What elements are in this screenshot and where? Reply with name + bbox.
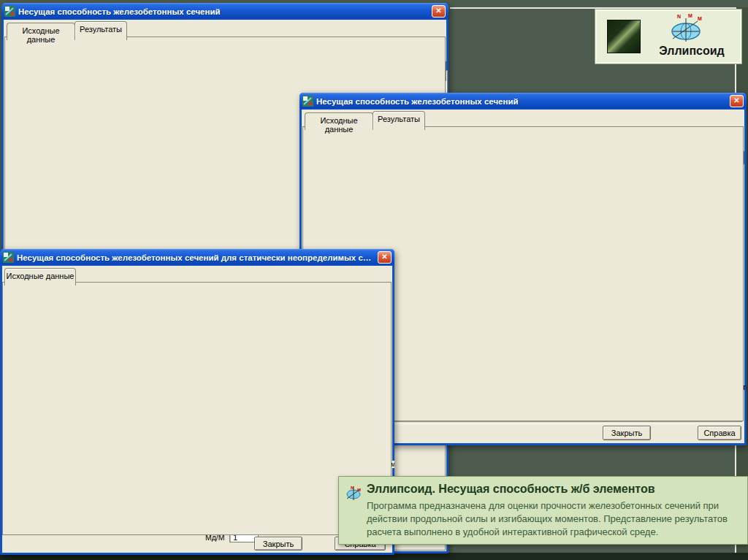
close-icon[interactable]: ✕: [432, 5, 446, 18]
window-title: Несущая способность железобетонных сечен…: [316, 97, 727, 106]
icon-axis-m: M: [357, 488, 361, 492]
titlebar[interactable]: Несущая способность железобетонных сечен…: [0, 249, 394, 266]
tab-results[interactable]: Результаты: [75, 21, 127, 40]
logo-axis-n: N: [677, 14, 681, 19]
window-title: Несущая способность железобетонных сечен…: [17, 253, 375, 262]
tab-input-data[interactable]: Исходные данные: [4, 268, 76, 285]
help-button[interactable]: Справка: [698, 426, 741, 440]
info-body: Программа предназначена для оценки прочн…: [367, 499, 744, 539]
tab-input-data[interactable]: Исходные данные: [7, 23, 75, 40]
logo-title: Эллипсоид: [648, 45, 736, 58]
tab-input-data[interactable]: Исходные данные: [305, 112, 373, 130]
titlebar[interactable]: Несущая способность железобетонных сечен…: [299, 93, 747, 110]
close-icon[interactable]: ✕: [730, 95, 744, 107]
titlebar[interactable]: Несущая способность железобетонных сечен…: [1, 3, 449, 20]
desktop: N M M Эллипсоид Несущая способность желе…: [0, 0, 748, 560]
logo-box: N M M Эллипсоид: [595, 9, 741, 64]
close-icon[interactable]: ✕: [378, 251, 392, 264]
ellipsoid-logo-icon: N M M: [664, 12, 706, 43]
ellipsoid-icon: N M: [345, 484, 362, 502]
frame-line-top: [450, 7, 736, 9]
close-window-button[interactable]: Закрыть: [254, 537, 302, 551]
logo-axis-m2: M: [698, 16, 702, 21]
app-icon: [4, 6, 15, 17]
window-input-data: Несущая способность железобетонных сечен…: [0, 249, 394, 555]
info-title: Эллипсоид. Несущая способность ж/б элеме…: [367, 483, 741, 496]
about-info-box: N M Эллипсоид. Несущая способность ж/б э…: [338, 476, 748, 545]
app-icon: [302, 96, 313, 107]
tab-page: [2, 282, 392, 535]
logo-axis-m1: M: [688, 13, 692, 18]
close-window-button[interactable]: Закрыть: [603, 426, 651, 440]
window-title: Несущая способность железобетонных сечен…: [18, 7, 429, 16]
tab-results[interactable]: Результаты: [373, 111, 425, 130]
logo-photo: [607, 20, 641, 53]
app-icon: [3, 252, 14, 263]
icon-axis-n: N: [351, 486, 354, 490]
